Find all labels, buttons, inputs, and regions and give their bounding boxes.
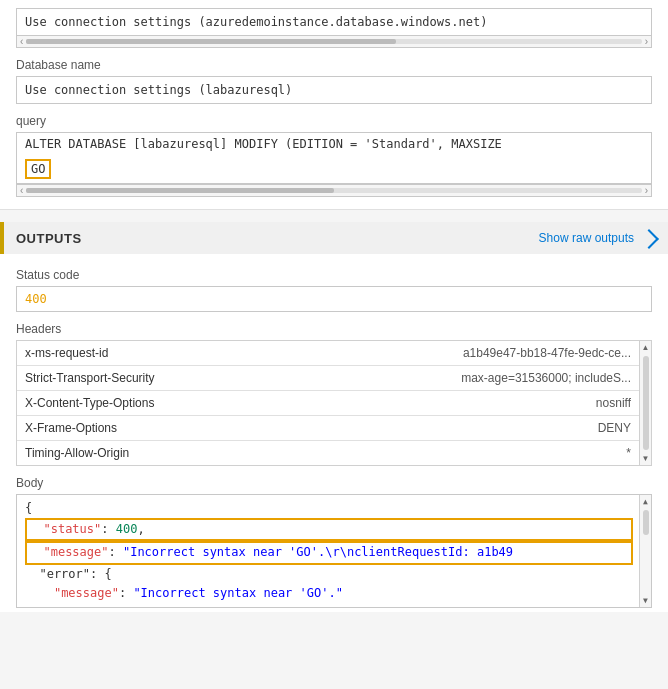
json-key: "status" (43, 522, 101, 536)
table-row: X-Frame-Options DENY (17, 416, 639, 441)
body-box: { "status": 400, "message": "Incorrect s… (16, 494, 652, 608)
scroll-down-icon[interactable]: ▼ (640, 452, 652, 465)
header-key: Strict-Transport-Security (25, 371, 328, 385)
json-val-str: "Incorrect syntax near 'GO'." (133, 586, 343, 600)
outputs-body: Status code 400 Headers x-ms-request-id … (0, 254, 668, 612)
scroll-left-icon[interactable]: ‹ (20, 36, 23, 47)
header-val: DENY (328, 421, 631, 435)
body-line: "message": "Incorrect syntax near 'GO'." (25, 584, 633, 603)
db-value: Use connection settings (labazuresql) (16, 76, 652, 104)
header-val: max-age=31536000; includeS... (328, 371, 631, 385)
headers-label: Headers (16, 322, 652, 336)
chevron-right-icon (639, 229, 659, 249)
body-label: Body (16, 476, 652, 490)
status-code-label: Status code (16, 268, 652, 282)
json-key: "message" (54, 586, 119, 600)
scroll-up-icon[interactable]: ▲ (640, 341, 652, 354)
table-row: Timing-Allow-Origin * (17, 441, 639, 465)
query-line-2: GO (17, 155, 651, 183)
connection-value: Use connection settings (azuredemoinstan… (16, 8, 652, 35)
table-row: Strict-Transport-Security max-age=315360… (17, 366, 639, 391)
query-scroll-left-icon[interactable]: ‹ (20, 185, 23, 196)
json-val-str: "Incorrect syntax near 'GO'.\r\nclientRe… (123, 545, 513, 559)
query-scroll-track[interactable] (26, 188, 641, 193)
header-val: nosniff (328, 396, 631, 410)
header-val: a1b49e47-bb18-47fe-9edc-ce... (328, 346, 631, 360)
show-raw-label: Show raw outputs (539, 231, 634, 245)
body-scroll-up-icon[interactable]: ▲ (641, 495, 650, 508)
connection-field: Use connection settings (azuredemoinstan… (16, 8, 652, 48)
show-raw-outputs-button[interactable]: Show raw outputs (539, 230, 656, 246)
table-row: x-ms-request-id a1b49e47-bb18-47fe-9edc-… (17, 341, 639, 366)
header-val: * (328, 446, 631, 460)
headers-scrollbar[interactable]: ▲ ▼ (639, 341, 651, 465)
query-label: query (16, 114, 652, 128)
outputs-title: OUTPUTS (16, 231, 82, 246)
scroll-thumb (26, 39, 395, 44)
go-keyword: GO (25, 159, 51, 179)
body-content: { "status": 400, "message": "Incorrect s… (17, 495, 651, 607)
headers-wrapper: x-ms-request-id a1b49e47-bb18-47fe-9edc-… (16, 340, 652, 466)
status-code-value: 400 (16, 286, 652, 312)
scroll-track[interactable] (26, 39, 641, 44)
query-scrollbar[interactable]: ‹ › (16, 184, 652, 197)
header-key: X-Frame-Options (25, 421, 328, 435)
outputs-header: OUTPUTS Show raw outputs (0, 222, 668, 254)
headers-table: x-ms-request-id a1b49e47-bb18-47fe-9edc-… (16, 340, 652, 466)
scroll-thumb-vertical (643, 356, 649, 450)
body-scroll-thumb (643, 510, 649, 535)
headers-inner: x-ms-request-id a1b49e47-bb18-47fe-9edc-… (17, 341, 639, 465)
query-scroll-thumb (26, 188, 334, 193)
query-scroll-right-icon[interactable]: › (645, 185, 648, 196)
json-key: "message" (43, 545, 108, 559)
connection-scrollbar[interactable]: ‹ › (16, 35, 652, 48)
body-scrollbar[interactable]: ▲ ▼ (639, 495, 651, 607)
header-key: X-Content-Type-Options (25, 396, 328, 410)
body-highlight-status: "status": 400, (25, 518, 633, 541)
query-line-1: ALTER DATABASE [labazuresql] MODIFY (EDI… (17, 133, 651, 155)
body-highlight-message: "message": "Incorrect syntax near 'GO'.\… (25, 541, 633, 564)
db-label: Database name (16, 58, 652, 72)
body-scroll-down-icon[interactable]: ▼ (641, 594, 650, 607)
scroll-right-icon[interactable]: › (645, 36, 648, 47)
json-val: 400 (116, 522, 138, 536)
table-row: X-Content-Type-Options nosniff (17, 391, 639, 416)
header-key: x-ms-request-id (25, 346, 328, 360)
top-section: Use connection settings (azuredemoinstan… (0, 0, 668, 210)
query-box: ALTER DATABASE [labazuresql] MODIFY (EDI… (16, 132, 652, 184)
body-line: { (25, 499, 633, 518)
body-line: "error": { (25, 565, 633, 584)
header-key: Timing-Allow-Origin (25, 446, 328, 460)
